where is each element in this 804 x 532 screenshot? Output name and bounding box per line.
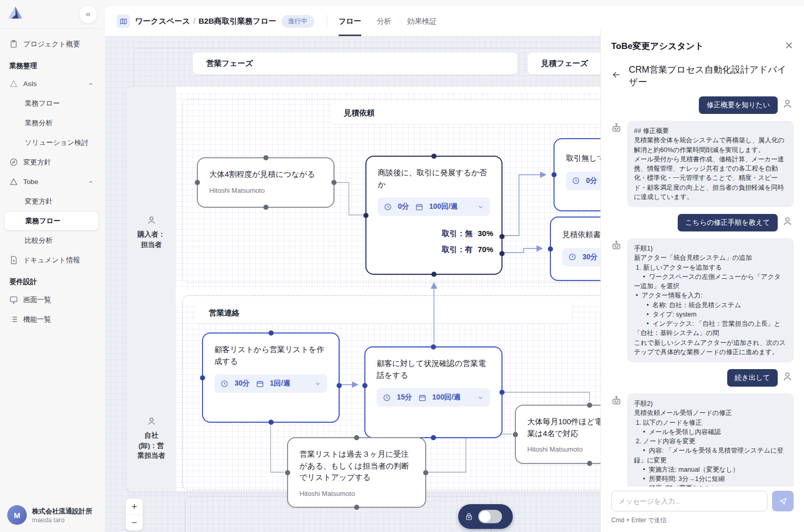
bot-message-bubble: 手順1) 新アクター「統合見積システム」の追加 1. 新しいアクターを追加する …: [627, 238, 794, 362]
flow-node-deal-decision[interactable]: 商談後に、取引に発展するか否か 0分 100回/週 取引：無30% 取引：有70…: [365, 156, 502, 275]
connector-dot[interactable]: [499, 390, 505, 395]
sidebar-item-asis-business-analysis[interactable]: 業務分析: [4, 113, 99, 132]
connector-dot[interactable]: [363, 213, 368, 218]
sidebar: プロジェクト概要 業務整理 AsIs 業務フロー 業務分析 ソリューション検討 …: [0, 0, 103, 532]
zoom-in-button[interactable]: +: [126, 498, 143, 514]
sidebar-item-asis[interactable]: AsIs: [4, 74, 99, 93]
send-hint: Cmd + Enter で送信: [611, 516, 794, 525]
connector-dot[interactable]: [587, 403, 592, 408]
connector-dot[interactable]: [431, 154, 437, 159]
zoom-out-button[interactable]: −: [126, 514, 143, 530]
connector-dot[interactable]: [354, 505, 359, 510]
group-sales-contact[interactable]: 営業連絡: [195, 303, 572, 323]
connector-dot[interactable]: [431, 435, 436, 440]
company-name: 株式会社流通設計所: [32, 507, 92, 516]
sidebar-collapse-button[interactable]: [79, 6, 97, 23]
chevron-up-icon: [88, 179, 94, 185]
person-icon: [147, 417, 156, 426]
node-metrics-pill[interactable]: 0分 100回/週: [378, 197, 490, 216]
branch-list: 取引：無30% 取引：有70%: [442, 229, 493, 261]
node-metrics-pill[interactable]: 30分 1回/週: [214, 374, 327, 393]
connector-dot[interactable]: [331, 180, 337, 185]
chat-message-input[interactable]: [611, 491, 767, 511]
close-icon[interactable]: [784, 41, 794, 52]
actor-own-sales[interactable]: 自社 (卸)：営 業担当者: [127, 406, 176, 471]
panel-title: ToBe変更アシスタント: [611, 40, 704, 52]
connector-dot[interactable]: [431, 272, 437, 277]
sidebar-item-solution-study[interactable]: ソリューション検討: [4, 133, 99, 152]
app-logo: [7, 5, 25, 24]
lock-toggle-control[interactable]: [458, 504, 513, 529]
connector-dot[interactable]: [263, 155, 269, 160]
user-message-bubble[interactable]: 修正概要を知りたい: [699, 96, 778, 114]
duration-value: 0分: [586, 176, 597, 186]
chat-message-bot: 手順1) 新アクター「統合見積システム」の追加 1. 新しいアクターを追加する …: [611, 238, 794, 362]
robot-icon: [611, 123, 623, 135]
user-message-bubble[interactable]: 続き出して: [727, 369, 778, 387]
sidebar-item-function-list[interactable]: 機能一覧: [4, 310, 99, 329]
chat-message-bot: ## 修正概要 見積業務全体を統合システムで再構築し、属人化の解消と約60%の作…: [611, 121, 794, 207]
tab-analysis[interactable]: 分析: [377, 6, 392, 36]
clock-icon: [221, 380, 228, 388]
tobe-triangle-icon: [9, 177, 18, 186]
phase-sales[interactable]: 営業フェーズ: [193, 53, 517, 74]
connector-dot[interactable]: [548, 246, 553, 252]
sidebar-item-asis-business-flow[interactable]: 業務フロー: [4, 94, 99, 113]
sidebar-item-project-overview[interactable]: プロジェクト概要: [4, 35, 99, 54]
connector-dot[interactable]: [263, 205, 269, 210]
workspace-map-icon[interactable]: [116, 14, 130, 28]
node-metrics-pill[interactable]: 15分 100回/週: [377, 388, 490, 407]
connector-dot[interactable]: [513, 432, 518, 437]
connector-dot[interactable]: [269, 420, 274, 425]
connector-dot[interactable]: [337, 383, 342, 388]
view-tabs: フロー 分析 効果検証: [339, 6, 437, 36]
back-arrow-icon[interactable]: [611, 70, 622, 82]
clock-icon: [384, 203, 392, 211]
frequency-value: 100回/週: [432, 393, 461, 402]
frequency-value: 100回/週: [429, 202, 458, 211]
sidebar-item-tobe-change-policy[interactable]: 変更方針: [4, 192, 99, 211]
flow-node-status-check-call[interactable]: 顧客に対して状況確認の営業電話をする 15分 100回/週: [364, 346, 502, 438]
calendar-icon: [256, 380, 264, 388]
sidebar-item-change-policy[interactable]: 変更方針: [4, 153, 99, 172]
chat-message-user: こちらの修正手順を教えて: [611, 214, 794, 231]
connector-dot[interactable]: [423, 470, 428, 475]
branch-deal: 取引：有70%: [442, 245, 493, 255]
lock-toggle[interactable]: [478, 510, 502, 523]
duration-value: 0分: [398, 202, 409, 211]
sidebar-item-tobe-business-flow[interactable]: 業務フロー: [4, 211, 99, 230]
sidebar-item-comparison-analysis[interactable]: 比較分析: [4, 231, 99, 250]
connector-dot[interactable]: [195, 180, 200, 185]
connector-dot[interactable]: [431, 344, 436, 350]
tab-effect-verification[interactable]: 効果検証: [407, 6, 437, 36]
connector-dot[interactable]: [269, 330, 274, 336]
connector-dot[interactable]: [551, 172, 557, 177]
flow-node-create-sales-list[interactable]: 顧客リストから営業リストを作成する 30分 1回/週: [202, 332, 340, 423]
flow-node-quote-conversion-note[interactable]: 大体4割程度が見積につながる Hitoshi Matsumoto: [197, 157, 334, 208]
connector-dot[interactable]: [499, 234, 505, 239]
send-button[interactable]: [772, 491, 794, 511]
toggle-knob: [479, 511, 491, 522]
tab-flow[interactable]: フロー: [339, 6, 361, 36]
actor-buyer[interactable]: 購入者： 担当者: [127, 205, 176, 260]
user-name: maeda taro: [32, 517, 92, 524]
chevron-down-icon: [477, 394, 484, 401]
send-icon: [779, 497, 788, 506]
chevron-down-icon: [477, 204, 484, 210]
sidebar-item-document-info[interactable]: ドキュメント情報: [4, 251, 99, 270]
breadcrumb[interactable]: ワークスペース / B2B商取引業務フロー: [135, 16, 276, 26]
user-icon: [782, 371, 794, 384]
user-profile[interactable]: M 株式会社流通設計所 maeda taro: [7, 505, 92, 525]
connector-dot[interactable]: [285, 470, 290, 475]
connector-dot[interactable]: [362, 383, 367, 388]
connector-dot[interactable]: [200, 375, 205, 380]
user-message-bubble[interactable]: こちらの修正手順を教えて: [678, 214, 778, 231]
connector-dot[interactable]: [587, 461, 592, 466]
connector-dot[interactable]: [499, 251, 505, 256]
sidebar-item-tobe[interactable]: Tobe: [4, 172, 99, 191]
user-icon: [782, 216, 794, 228]
flow-node-sales-list-criteria-note[interactable]: 営業リストは過去３ヶ月に受注がある、もしくは担当者の判断でリストアップする Hi…: [287, 437, 426, 508]
divider: [327, 15, 327, 27]
sidebar-item-screen-list[interactable]: 画面一覧: [4, 290, 99, 309]
connector-dot[interactable]: [354, 435, 359, 440]
